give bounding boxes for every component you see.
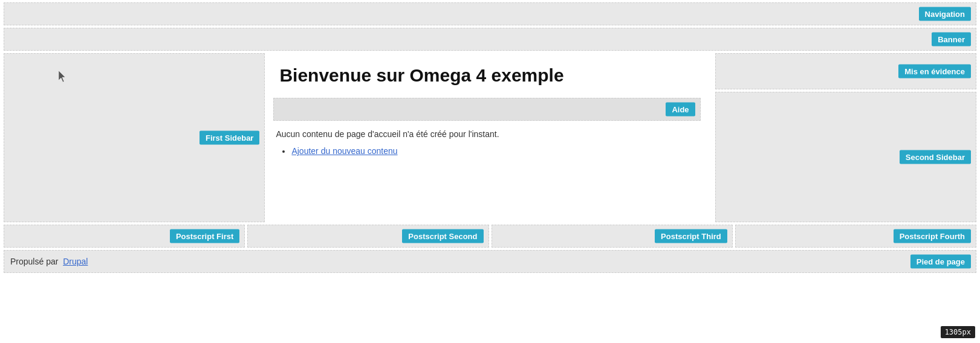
page-title: Bienvenue sur Omega 4 exemple: [273, 65, 700, 86]
highlighted-label: Mis en évidence: [898, 65, 971, 79]
postscript-third-label: Postscript Third: [655, 229, 727, 243]
first-sidebar-label: First Sidebar: [200, 131, 259, 145]
postscript-second-region: Postscript Second: [247, 225, 488, 248]
svg-marker-0: [59, 71, 65, 82]
powered-by-label: Propulsé par: [10, 257, 58, 266]
navigation-region: Navigation: [4, 2, 976, 25]
powered-by-text: Propulsé par Drupal: [10, 257, 88, 266]
postscript-second-label: Postscript Second: [402, 229, 483, 243]
second-sidebar-region: Second Sidebar: [715, 92, 976, 222]
postscript-fourth-region: Postscript Fourth: [735, 225, 976, 248]
add-content-item: Ajouter du nouveau contenu: [291, 146, 700, 156]
content-list: Ajouter du nouveau contenu: [273, 146, 700, 156]
navigation-label: Navigation: [919, 7, 971, 21]
second-sidebar-label: Second Sidebar: [900, 150, 971, 164]
footer-label: Pied de page: [910, 255, 971, 269]
postscript-first-region: Postscript First: [4, 225, 245, 248]
add-content-link[interactable]: Ajouter du nouveau contenu: [291, 146, 397, 156]
cursor-icon: [59, 71, 67, 83]
first-sidebar-region: First Sidebar: [4, 53, 265, 222]
three-column-layout: First Sidebar Bienvenue sur Omega 4 exem…: [4, 53, 976, 222]
banner-label: Banner: [932, 33, 971, 46]
footer-region: Propulsé par Drupal Pied de page: [4, 250, 976, 273]
postscript-row: Postscript First Postscript Second Posts…: [4, 225, 976, 248]
aide-label: Aide: [666, 103, 695, 117]
drupal-link[interactable]: Drupal: [63, 257, 88, 266]
postscript-fourth-label: Postscript Fourth: [894, 229, 971, 243]
highlighted-region: Mis en évidence: [715, 53, 976, 89]
aide-region: Aide: [273, 98, 700, 121]
banner-region: Banner: [4, 28, 976, 51]
postscript-first-label: Postscript First: [170, 229, 239, 243]
main-content-region: Bienvenue sur Omega 4 exemple Aide Aucun…: [267, 53, 712, 222]
postscript-third-region: Postscript Third: [492, 225, 733, 248]
no-content-message: Aucun contenu de page d'accueil n'a été …: [273, 129, 700, 139]
